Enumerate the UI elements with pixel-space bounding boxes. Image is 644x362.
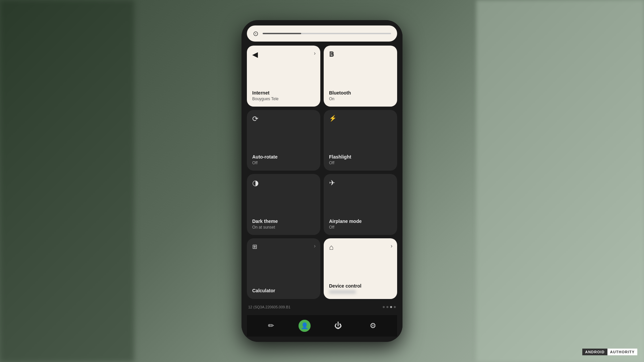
watermark: ANDROID AUTHORITY (582, 349, 637, 355)
flashlight-title: Flashlight (329, 154, 392, 160)
internet-arrow-icon: › (314, 50, 316, 56)
dot-4 (394, 306, 396, 308)
tile-device-controls[interactable]: ⌂ › Device control (324, 238, 397, 299)
tile-calculator[interactable]: ⊞ › Calculator (247, 238, 320, 299)
watermark-android: ANDROID (582, 349, 607, 355)
dot-1 (383, 306, 385, 308)
tile-auto-rotate[interactable]: ⟳ Auto-rotate Off (247, 110, 320, 171)
user-button[interactable]: 👤 (299, 320, 311, 332)
brightness-icon: ⊙ (253, 29, 259, 38)
flashlight-icon: ⚡ (329, 115, 336, 122)
edit-button[interactable]: ✏ (264, 318, 278, 333)
settings-icon: ⚙ (370, 321, 376, 330)
edit-icon: ✏ (268, 321, 274, 330)
bottom-bar: 12 (SQ3A.220605.009.B1 (247, 302, 397, 312)
bluetooth-title: Bluetooth (329, 90, 392, 96)
airplane-title: Airplane mode (329, 219, 392, 224)
bluetooth-icon: 𝔹 (329, 50, 334, 58)
dark-theme-subtitle: On at sunset (252, 225, 315, 230)
calculator-arrow-icon: › (314, 243, 316, 249)
internet-subtitle: Bouygues Tele (252, 97, 292, 101)
device-controls-title: Device control (329, 283, 392, 289)
dot-2 (386, 306, 388, 308)
device-controls-icon: ⌂ (329, 243, 333, 252)
bg-right (476, 0, 644, 362)
calculator-icon: ⊞ (252, 243, 257, 250)
tile-airplane-mode[interactable]: ✈ Airplane mode Off (324, 174, 397, 235)
auto-rotate-icon: ⟳ (252, 115, 258, 123)
device-controls-arrow-icon: › (391, 243, 392, 249)
dark-theme-title: Dark theme (252, 219, 315, 224)
internet-icon: ◀ (252, 50, 258, 59)
scene: ⊙ ◀ › Internet Bouygues Tele 𝔹 Bluetooth… (0, 0, 644, 362)
power-icon: ⏻ (334, 321, 342, 330)
tiles-grid: ◀ › Internet Bouygues Tele 𝔹 Bluetooth O… (247, 46, 397, 299)
internet-title: Internet (252, 90, 315, 96)
tile-flashlight[interactable]: ⚡ Flashlight Off (324, 110, 397, 171)
brightness-row[interactable]: ⊙ (247, 25, 397, 42)
tile-dark-theme[interactable]: ◑ Dark theme On at sunset (247, 174, 320, 235)
auto-rotate-subtitle: Off (252, 161, 315, 165)
airplane-subtitle: Off (329, 225, 392, 230)
settings-button[interactable]: ⚙ (366, 318, 380, 333)
phone: ⊙ ◀ › Internet Bouygues Tele 𝔹 Bluetooth… (241, 20, 402, 342)
watermark-authority: AUTHORITY (607, 349, 637, 355)
bg-left (0, 0, 134, 362)
tile-bluetooth[interactable]: 𝔹 Bluetooth On (324, 46, 397, 107)
device-controls-subtitle-blurred (329, 290, 356, 294)
flashlight-subtitle: Off (329, 161, 392, 165)
user-icon: 👤 (301, 322, 308, 329)
brightness-slider[interactable] (263, 33, 391, 34)
calculator-title: Calculator (252, 288, 315, 294)
dot-3 (390, 306, 392, 308)
page-dots (383, 306, 396, 308)
auto-rotate-title: Auto-rotate (252, 154, 315, 160)
power-button[interactable]: ⏻ (331, 318, 345, 333)
bottom-controls: ✏ 👤 ⏻ ⚙ (247, 315, 397, 337)
quick-settings-panel: ⊙ ◀ › Internet Bouygues Tele 𝔹 Bluetooth… (241, 20, 402, 342)
airplane-icon: ✈ (329, 179, 335, 187)
bluetooth-subtitle: On (329, 97, 392, 101)
version-text: 12 (SQ3A.220605.009.B1 (248, 305, 380, 309)
tile-internet[interactable]: ◀ › Internet Bouygues Tele (247, 46, 320, 107)
dark-theme-icon: ◑ (252, 179, 259, 187)
